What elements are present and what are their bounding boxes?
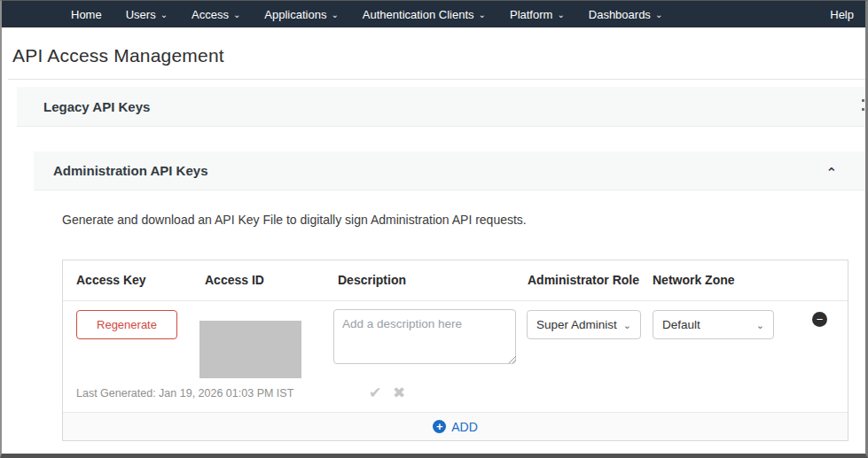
chevron-down-icon: ⌄ (557, 11, 564, 19)
nav-item-applications[interactable]: Applications ⌄ (264, 8, 339, 21)
nav-item-access[interactable]: Access ⌄ (192, 8, 240, 21)
api-access-management-screen: Home Users ⌄ Access ⌄ Applications ⌄ Aut… (0, 0, 868, 458)
admin-api-keys-table: Access Key Access ID Description Adminis… (62, 260, 848, 441)
access-id-redacted-value (199, 321, 301, 378)
table-header-row: Access Key Access ID Description Adminis… (63, 260, 848, 301)
nav-label: Dashboards (589, 8, 651, 21)
administrator-role-select[interactable]: Super Administ ⌄ (527, 310, 641, 339)
nav-label: Home (71, 8, 102, 21)
chevron-down-icon: ⌄ (756, 320, 764, 331)
nav-item-dashboards[interactable]: Dashboards ⌄ (589, 8, 663, 21)
section-header-legacy-api-keys[interactable]: Legacy API Keys (17, 87, 865, 127)
nav-item-help[interactable]: Help (830, 8, 865, 21)
confirm-check-icon[interactable]: ✔ (369, 384, 381, 402)
cancel-x-icon[interactable]: ✖ (393, 384, 405, 402)
plus-icon: + (433, 420, 446, 433)
section-header-administration-api-keys[interactable]: Administration API Keys ⌃ (34, 151, 865, 190)
minus-icon: − (817, 313, 824, 326)
nav-label: Users (126, 8, 156, 21)
network-zone-select[interactable]: Default ⌄ (653, 310, 774, 339)
divider (8, 79, 865, 80)
column-header-access-id: Access ID (205, 273, 264, 287)
top-navbar: Home Users ⌄ Access ⌄ Applications ⌄ Aut… (2, 1, 865, 27)
column-header-description: Description (338, 273, 406, 287)
last-generated-timestamp: Last Generated: Jan 19, 2026 01:03 PM IS… (76, 387, 293, 400)
chevron-down-icon: ⌄ (479, 11, 486, 19)
table-footer: + ADD (63, 412, 848, 440)
remove-row-button[interactable]: − (812, 312, 827, 327)
nav-item-users[interactable]: Users ⌄ (126, 8, 168, 21)
nav-item-home[interactable]: Home (71, 8, 102, 21)
description-input[interactable] (333, 309, 516, 364)
nav-label: Applications (264, 8, 326, 21)
regenerate-button[interactable]: Regenerate (76, 310, 177, 339)
chevron-up-icon[interactable]: ⌃ (825, 166, 837, 179)
legacy-section-title: Legacy API Keys (43, 99, 150, 114)
chevron-down-icon: ⌄ (623, 320, 631, 331)
add-button-label: ADD (451, 420, 478, 434)
chevron-down-icon: ⌄ (331, 11, 338, 19)
admin-section-title: Administration API Keys (53, 163, 207, 178)
page-title: API Access Management (12, 45, 224, 66)
chevron-down-icon: ⌄ (160, 11, 168, 19)
column-header-administrator-role: Administrator Role (528, 273, 639, 287)
administrator-role-value: Super Administ (536, 318, 617, 331)
nav-label: Authentication Clients (363, 8, 474, 21)
column-header-network-zone: Network Zone (653, 273, 735, 287)
add-button[interactable]: + ADD (433, 420, 478, 434)
network-zone-value: Default (662, 318, 700, 331)
nav-label: Platform (510, 8, 552, 21)
chevron-down-icon: ⌄ (233, 11, 240, 19)
admin-section-description: Generate and download an API Key File to… (62, 213, 527, 227)
chevron-down-icon: ⌄ (655, 11, 662, 19)
collapsed-chevron-fragment-icon (862, 99, 865, 113)
nav-item-authentication-clients[interactable]: Authentication Clients ⌄ (363, 8, 486, 21)
nav-label: Access (192, 8, 229, 21)
nav-item-platform[interactable]: Platform ⌄ (510, 8, 565, 21)
column-header-access-key: Access Key (76, 273, 146, 287)
